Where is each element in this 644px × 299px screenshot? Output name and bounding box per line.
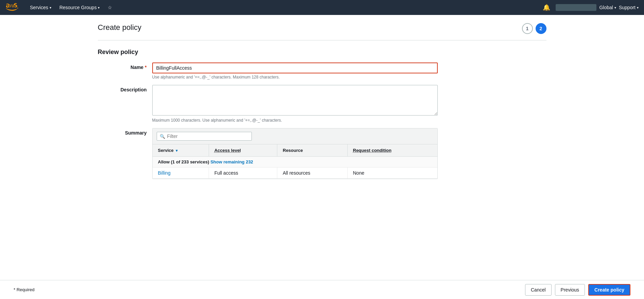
step-2-indicator[interactable]: 2 <box>536 23 546 34</box>
table-header-row: Service ▾ Access level Resource <box>153 144 437 157</box>
step-1-indicator[interactable]: 1 <box>522 23 533 34</box>
page-title: Create policy <box>98 23 546 32</box>
support-menu[interactable]: Support ▾ <box>619 5 639 10</box>
summary-field-row: Summary 🔍 <box>98 128 546 179</box>
name-input[interactable] <box>152 63 438 73</box>
col-service-header: Service ▾ <box>153 144 209 157</box>
resource-groups-label: Resource Groups <box>59 5 97 10</box>
resource-cell: All resources <box>277 168 348 179</box>
resource-groups-nav[interactable]: Resource Groups ▾ <box>55 0 104 15</box>
resource-groups-chevron-icon: ▾ <box>98 6 100 10</box>
description-field-row: Description Maximum 1000 characters. Use… <box>98 85 546 123</box>
star-icon: ☆ <box>108 5 112 10</box>
show-remaining-link[interactable]: Show remaining 232 <box>210 159 253 164</box>
cancel-button[interactable]: Cancel <box>525 284 552 296</box>
allow-cell: Allow (1 of 233 services) Show remaining… <box>153 157 437 168</box>
summary-table: Service ▾ Access level Resource <box>153 144 437 179</box>
description-input-wrap: Maximum 1000 characters. Use alphanumeri… <box>152 85 438 123</box>
col-resource-header: Resource <box>277 144 348 157</box>
filter-input-wrap: 🔍 <box>157 132 252 141</box>
name-label: Name <box>98 63 152 70</box>
services-nav[interactable]: Services ▾ <box>26 0 55 15</box>
description-hint: Maximum 1000 characters. Use alphanumeri… <box>152 118 438 123</box>
top-navigation: Services ▾ Resource Groups ▾ ☆ 🔔 Global … <box>0 0 644 15</box>
table-body: Allow (1 of 233 services) Show remaining… <box>153 157 437 179</box>
summary-box: 🔍 Service ▾ <box>152 128 438 179</box>
bookmarks-nav[interactable]: ☆ <box>104 0 116 15</box>
create-policy-button[interactable]: Create policy <box>588 284 630 296</box>
description-label: Description <box>98 85 152 92</box>
divider <box>98 40 546 40</box>
step-indicators: 1 2 <box>522 23 546 34</box>
table-row: Billing Full access All resources None <box>153 168 437 179</box>
main-content: 1 2 Create policy Review policy Name Use… <box>0 15 644 299</box>
footer-bar: * Required Cancel Previous Create policy <box>0 280 644 299</box>
support-chevron-icon: ▾ <box>637 6 639 10</box>
summary-content: 🔍 Service ▾ <box>152 128 438 179</box>
name-field-row: Name Use alphanumeric and '+=,.@-_' char… <box>98 63 546 80</box>
region-label: Global <box>599 5 613 10</box>
required-note: * Required <box>14 287 34 292</box>
support-label: Support <box>619 5 636 10</box>
col-request-condition-header: Request condition <box>347 144 437 157</box>
services-label: Services <box>30 5 48 10</box>
filter-input[interactable] <box>167 134 249 139</box>
sort-icon[interactable]: ▾ <box>176 148 178 153</box>
table-header: Service ▾ Access level Resource <box>153 144 437 157</box>
access-level-cell: Full access <box>209 168 277 179</box>
services-chevron-icon: ▾ <box>50 6 51 10</box>
region-chevron-icon: ▾ <box>614 6 616 10</box>
name-input-wrap: Use alphanumeric and '+=,.@-_' character… <box>152 63 438 80</box>
section-title: Review policy <box>98 49 546 56</box>
billing-link[interactable]: Billing <box>158 170 171 176</box>
account-display <box>556 4 596 11</box>
region-selector[interactable]: Global ▾ <box>599 5 616 10</box>
allow-row: Allow (1 of 233 services) Show remaining… <box>153 157 437 168</box>
col-access-level-header: Access level <box>209 144 277 157</box>
summary-filter-bar: 🔍 <box>153 128 437 144</box>
search-icon: 🔍 <box>160 134 165 139</box>
aws-logo[interactable] <box>5 3 19 12</box>
billing-service-link-cell: Billing <box>153 168 209 179</box>
description-textarea[interactable] <box>152 85 438 116</box>
footer-actions: Cancel Previous Create policy <box>525 284 630 296</box>
previous-button[interactable]: Previous <box>555 284 585 296</box>
name-hint: Use alphanumeric and '+=,.@-_' character… <box>152 75 438 80</box>
notifications-bell-icon[interactable]: 🔔 <box>540 4 553 11</box>
summary-label: Summary <box>98 128 152 136</box>
request-condition-cell: None <box>347 168 437 179</box>
